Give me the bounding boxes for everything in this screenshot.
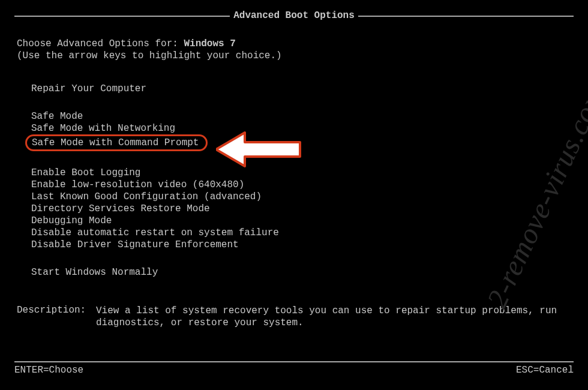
option-group-repair: Repair Your Computer — [30, 83, 571, 95]
option-low-res-video[interactable]: Enable low-resolution video (640x480) — [30, 179, 245, 191]
titlebar: Advanced Boot Options — [14, 16, 574, 28]
option-disable-auto-restart[interactable]: Disable automatic restart on system fail… — [30, 227, 280, 239]
option-directory-services-restore[interactable]: Directory Services Restore Mode — [30, 203, 211, 215]
page-title: Advanced Boot Options — [230, 10, 358, 21]
os-name: Windows 7 — [184, 38, 235, 49]
option-safe-mode[interactable]: Safe Mode — [30, 110, 84, 122]
option-repair-your-computer[interactable]: Repair Your Computer — [30, 83, 148, 95]
option-start-normally[interactable]: Start Windows Normally — [30, 266, 159, 278]
description-text: View a list of system recovery tools you… — [96, 305, 571, 329]
description-label: Description: — [17, 305, 96, 329]
option-enable-boot-logging[interactable]: Enable Boot Logging — [30, 167, 142, 179]
footer-esc: ESC=Cancel — [516, 365, 574, 376]
option-safe-mode-command-prompt[interactable]: Safe Mode with Command Prompt — [25, 134, 208, 151]
option-safe-mode-networking[interactable]: Safe Mode with Networking — [30, 122, 176, 134]
description-row: Description: View a list of system recov… — [17, 305, 571, 329]
hint-line: (Use the arrow keys to highlight your ch… — [17, 50, 571, 61]
boot-options-screen: Advanced Boot Options Choose Advanced Op… — [0, 0, 588, 390]
option-group-normal: Start Windows Normally — [30, 266, 571, 278]
option-group-safe: Safe Mode Safe Mode with Networking Safe… — [30, 110, 571, 151]
content-area: Choose Advanced Options for: Windows 7 (… — [0, 28, 588, 329]
option-disable-driver-sig[interactable]: Disable Driver Signature Enforcement — [30, 239, 240, 251]
footer-bar: ENTER=Choose ESC=Cancel — [14, 361, 574, 376]
option-group-middle: Enable Boot Logging Enable low-resolutio… — [30, 167, 571, 251]
footer-enter: ENTER=Choose — [14, 365, 83, 376]
choose-line: Choose Advanced Options for: Windows 7 — [17, 38, 571, 49]
option-debugging-mode[interactable]: Debugging Mode — [30, 215, 113, 227]
choose-prefix: Choose Advanced Options for: — [17, 38, 184, 49]
option-last-known-good[interactable]: Last Known Good Configuration (advanced) — [30, 191, 263, 203]
